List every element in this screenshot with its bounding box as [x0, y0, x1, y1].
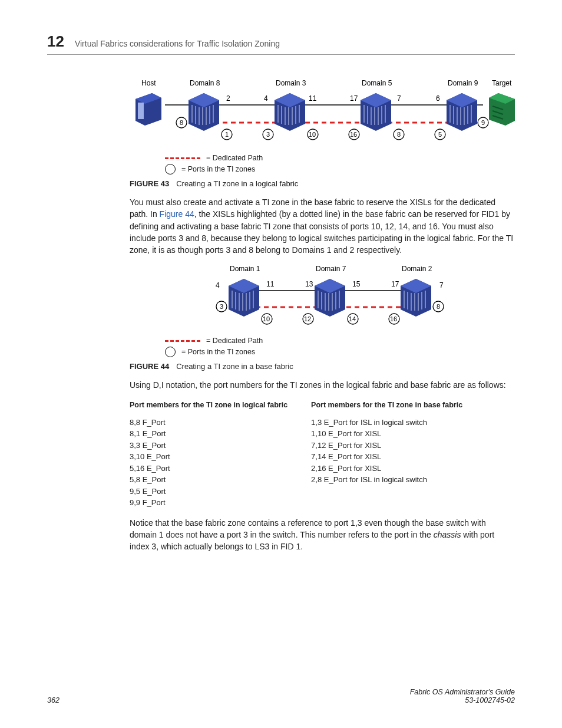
svg-text:7: 7	[397, 94, 401, 103]
port-col-logical: Port members for the TI zone in logical …	[130, 400, 287, 509]
table-row: 7,14 E_Port for XISL	[311, 451, 462, 463]
circle-swatch-icon	[165, 347, 176, 357]
svg-text:16: 16	[350, 131, 357, 138]
svg-text:8: 8	[437, 303, 440, 310]
svg-text:Domain 8: Domain 8	[190, 79, 220, 87]
svg-text:13: 13	[305, 280, 313, 288]
figure-43-caption: FIGURE 43Creating a TI zone in a logical…	[130, 179, 515, 188]
circle-swatch-icon	[165, 164, 176, 174]
svg-text:8: 8	[180, 119, 183, 126]
col-header-base: Port members for the TI zone in base fab…	[311, 400, 462, 411]
svg-text:1: 1	[225, 131, 229, 138]
figure-44-link[interactable]: Figure 44	[160, 209, 194, 219]
figure-44-legend: = Dedicated Path = Ports in the TI zones	[130, 337, 515, 357]
svg-text:Domain 5: Domain 5	[362, 79, 392, 87]
paragraph-2: Using D,I notation, the port numbers for…	[130, 379, 515, 391]
svg-text:3: 3	[266, 131, 270, 138]
figure-43: Host Domain 8 Domain 3 Domain 5 Domain 9…	[130, 78, 515, 188]
svg-text:17: 17	[350, 94, 358, 103]
switch-d3	[275, 93, 305, 131]
table-row: 1,10 E_Port for XISL	[311, 428, 462, 440]
paragraph-3: Notice that the base fabric zone contain…	[130, 517, 515, 553]
svg-text:10: 10	[263, 315, 270, 322]
table-row: 2,8 E_Port for ISL in logical switch	[311, 474, 462, 486]
col-header-logical: Port members for the TI zone in logical …	[130, 400, 287, 411]
chapter-title: Virtual Fabrics considerations for Traff…	[75, 39, 280, 48]
doc-number: 53-1002745-02	[465, 696, 515, 704]
page-footer: 362 Fabric OS Administrator's Guide 53-1…	[47, 688, 515, 704]
page-number: 362	[47, 696, 59, 704]
svg-text:Domain 9: Domain 9	[448, 79, 478, 87]
table-row: 5,16 E_Port	[130, 463, 287, 475]
svg-text:7: 7	[439, 281, 444, 289]
dash-swatch-icon	[165, 340, 200, 342]
table-row: 3,10 E_Port	[130, 451, 287, 463]
chapter-number: 12	[47, 32, 64, 51]
svg-text:Domain 7: Domain 7	[316, 265, 346, 273]
svg-text:Host: Host	[141, 79, 156, 87]
table-row: 8,1 E_Port	[130, 428, 287, 440]
svg-text:11: 11	[309, 94, 317, 103]
figure-43-legend: = Dedicated Path = Ports in the TI zones	[130, 154, 515, 174]
figure-44-svg: Domain 1 Domain 7 Domain 2 4 7 11 13 15 …	[130, 264, 518, 332]
table-row: 2,16 E_Port for XISL	[311, 463, 462, 475]
svg-text:14: 14	[349, 315, 356, 322]
table-row: 1,3 E_Port for ISL in logical switch	[311, 417, 462, 429]
table-row: 9,9 F_Port	[130, 497, 287, 509]
svg-text:4: 4	[264, 94, 268, 103]
svg-text:Domain 1: Domain 1	[230, 265, 260, 273]
table-row: 3,3 E_Port	[130, 440, 287, 452]
port-members-table: Port members for the TI zone in logical …	[130, 400, 515, 509]
running-header: 12 Virtual Fabrics considerations for Tr…	[47, 32, 515, 55]
bottom-ports-43: 1 3 10 16 8 5	[222, 129, 445, 140]
svg-text:10: 10	[309, 131, 316, 138]
figure-43-svg: Host Domain 8 Domain 3 Domain 5 Domain 9…	[130, 78, 518, 149]
svg-text:Target: Target	[492, 79, 512, 87]
table-row: 8,8 F_Port	[130, 417, 287, 429]
svg-text:6: 6	[436, 94, 440, 103]
table-row: 9,5 E_Port	[130, 486, 287, 498]
figure-44-caption: FIGURE 44Creating a TI zone in a base fa…	[130, 362, 515, 371]
svg-text:4: 4	[216, 281, 220, 289]
svg-text:2: 2	[226, 94, 230, 103]
svg-text:8: 8	[397, 131, 401, 138]
svg-text:11: 11	[266, 280, 275, 288]
table-row: 7,12 E_Port for XISL	[311, 440, 462, 452]
svg-text:5: 5	[438, 131, 442, 138]
svg-text:15: 15	[352, 280, 361, 288]
figure-44: Domain 1 Domain 7 Domain 2 4 7 11 13 15 …	[130, 264, 515, 371]
switch-d8	[189, 93, 219, 131]
svg-text:Domain 3: Domain 3	[276, 79, 306, 87]
svg-text:3: 3	[220, 303, 223, 310]
doc-title: Fabric OS Administrator's Guide	[410, 688, 515, 696]
dash-swatch-icon	[165, 157, 200, 159]
port-col-base: Port members for the TI zone in base fab…	[311, 400, 462, 509]
switch-d5	[361, 93, 391, 131]
svg-text:16: 16	[390, 315, 397, 322]
svg-text:9: 9	[481, 119, 485, 126]
svg-text:17: 17	[391, 280, 399, 288]
switch-d9	[447, 93, 477, 131]
svg-text:Domain 2: Domain 2	[402, 265, 432, 273]
paragraph-1: You must also create and activate a TI z…	[130, 196, 515, 256]
svg-rect-10	[138, 103, 144, 119]
table-row: 5,8 E_Port	[130, 474, 287, 486]
svg-text:12: 12	[304, 315, 311, 322]
